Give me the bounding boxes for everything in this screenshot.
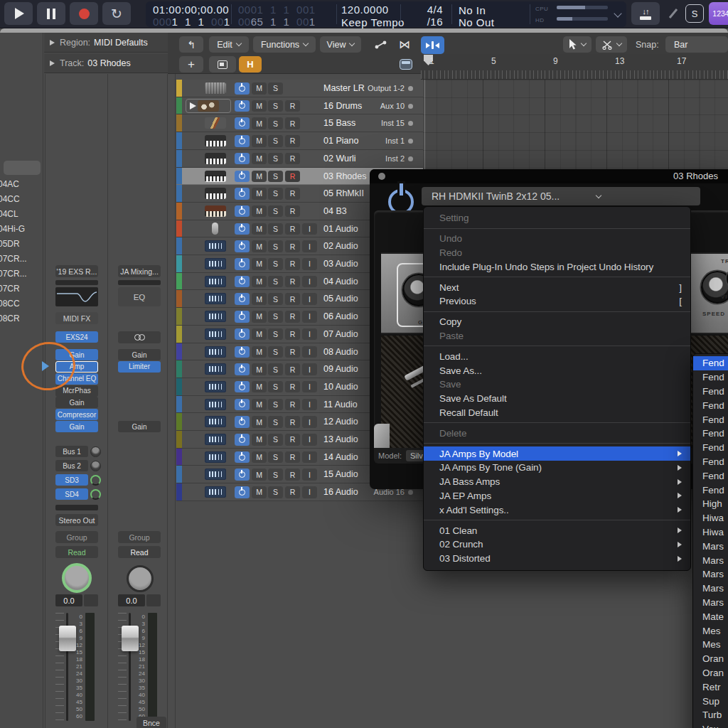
- track-power-button[interactable]: [235, 100, 250, 112]
- mute-button[interactable]: M: [252, 434, 267, 446]
- browser-list-item[interactable]: 07CR...: [0, 254, 43, 264]
- bounce-button[interactable]: Bnce: [136, 717, 166, 728]
- track-power-button[interactable]: [235, 223, 250, 235]
- record-enable-button[interactable]: R: [285, 451, 300, 464]
- lcd-display[interactable]: 01:00:00;00.00 0001 1 1 001 0001 1 1 001…: [146, 1, 626, 27]
- record-button[interactable]: [70, 2, 98, 25]
- record-enable-button[interactable]: R: [285, 399, 300, 411]
- mute-button[interactable]: M: [252, 153, 267, 165]
- strip1-pan-knob[interactable]: [62, 563, 92, 593]
- track-power-button[interactable]: [235, 346, 250, 358]
- record-enable-button[interactable]: R: [285, 381, 300, 393]
- automation-button[interactable]: [370, 36, 392, 53]
- solo-button[interactable]: S: [268, 328, 283, 341]
- record-enable-button[interactable]: R: [285, 469, 300, 481]
- solo-button[interactable]: S: [268, 399, 283, 411]
- track-power-button[interactable]: [235, 82, 250, 95]
- plugin-slot[interactable]: Compressor: [55, 409, 98, 420]
- input-monitor-button[interactable]: I: [302, 311, 317, 323]
- submenu-item[interactable]: Vox: [693, 722, 728, 728]
- strip1-midi-fx-slot[interactable]: MIDI FX: [55, 312, 98, 324]
- submenu-item[interactable]: Sup: [693, 694, 728, 708]
- solo-button[interactable]: S: [268, 293, 283, 305]
- track-power-button[interactable]: [235, 153, 250, 165]
- submenu-item[interactable]: High: [693, 497, 728, 511]
- track-power-button[interactable]: [235, 451, 250, 464]
- submenu-item[interactable]: Fend: [693, 398, 728, 412]
- record-enable-button[interactable]: R: [285, 171, 300, 183]
- mute-button[interactable]: M: [252, 117, 267, 129]
- mute-button[interactable]: M: [252, 188, 267, 200]
- solo-button[interactable]: S: [268, 223, 283, 235]
- record-enable-button[interactable]: R: [285, 486, 300, 498]
- submenu-item[interactable]: Hiwa: [693, 511, 728, 525]
- input-monitor-button[interactable]: I: [302, 381, 317, 393]
- input-monitor-button[interactable]: I: [302, 258, 317, 270]
- track-power-button[interactable]: [235, 276, 250, 288]
- browser-list-item[interactable]: 05DR: [0, 239, 43, 249]
- input-monitor-button[interactable]: I: [302, 486, 317, 498]
- submenu-item[interactable]: Mars: [693, 567, 728, 582]
- submenu-item[interactable]: Fend: [693, 455, 728, 469]
- strip2-automation-button[interactable]: Read: [118, 546, 161, 558]
- track-power-button[interactable]: [235, 171, 250, 183]
- strip2-group-button[interactable]: Group: [118, 531, 161, 543]
- duplicate-track-button[interactable]: [209, 56, 236, 73]
- mute-button[interactable]: M: [252, 328, 267, 341]
- record-enable-button[interactable]: R: [285, 117, 300, 129]
- mute-button[interactable]: M: [252, 276, 267, 288]
- functions-menu[interactable]: Functions: [253, 36, 316, 53]
- mute-button[interactable]: M: [252, 171, 267, 183]
- mute-button[interactable]: M: [252, 293, 267, 305]
- submenu-item[interactable]: Turb: [693, 708, 728, 722]
- submenu-item[interactable]: Mes: [693, 623, 728, 638]
- record-enable-button[interactable]: R: [285, 363, 300, 375]
- submenu-item[interactable]: Mars: [693, 582, 728, 596]
- submenu-item[interactable]: Fend: [693, 385, 728, 399]
- plugin-slot[interactable]: Gain: [55, 349, 98, 360]
- solo-button[interactable]: S: [268, 469, 283, 481]
- strip1-group-button[interactable]: Group: [55, 531, 98, 543]
- send-knob[interactable]: [90, 489, 101, 500]
- submenu-item[interactable]: Mars: [693, 539, 728, 553]
- send-slot[interactable]: Bus 2: [55, 460, 88, 471]
- strip2-pan-knob[interactable]: [127, 565, 154, 592]
- track-power-button[interactable]: [235, 381, 250, 393]
- solo-button[interactable]: S: [268, 311, 283, 323]
- region-inspector-header[interactable]: Region: MIDI Defaults: [44, 33, 168, 53]
- pencil-tool-icon[interactable]: [664, 2, 682, 25]
- input-monitor-button[interactable]: I: [302, 434, 317, 446]
- track-power-button[interactable]: [235, 240, 250, 252]
- record-enable-button[interactable]: R: [285, 258, 300, 270]
- record-enable-button[interactable]: R: [285, 153, 300, 165]
- mute-button[interactable]: M: [252, 381, 267, 393]
- mute-button[interactable]: M: [252, 311, 267, 323]
- track-row[interactable]: MSR15 BassInst 15: [176, 114, 423, 132]
- solo-button[interactable]: S: [268, 171, 283, 183]
- mute-button[interactable]: M: [252, 82, 267, 95]
- hide-tracks-button[interactable]: H: [239, 56, 262, 73]
- plugin-slot[interactable]: Gain: [55, 397, 98, 408]
- input-monitor-button[interactable]: I: [302, 416, 317, 428]
- menu-item[interactable]: 01 Clean: [424, 523, 690, 537]
- menu-item[interactable]: 02 Crunch: [424, 537, 690, 552]
- menu-item[interactable]: JA Amps By Tone (Gain): [424, 461, 690, 475]
- track-power-button[interactable]: [235, 311, 250, 323]
- strip1-automation-button[interactable]: Read: [55, 546, 98, 558]
- pointer-tool-button[interactable]: [563, 36, 592, 53]
- menu-item[interactable]: JA Amps By Model: [424, 446, 690, 461]
- add-track-button[interactable]: +: [179, 56, 203, 73]
- punch-in-out-button[interactable]: ↓↑: [631, 2, 660, 25]
- strip2-volume-value[interactable]: 0.0: [118, 594, 145, 606]
- record-enable-button[interactable]: R: [285, 293, 300, 305]
- plugin-slot[interactable]: Channel EQ: [55, 373, 98, 385]
- menu-item[interactable]: Save As Default: [424, 392, 690, 406]
- record-enable-button[interactable]: R: [285, 276, 300, 288]
- solo-button[interactable]: S: [268, 117, 283, 129]
- submenu-item[interactable]: Fend: [693, 483, 728, 497]
- edit-menu[interactable]: Edit: [209, 36, 249, 53]
- track-power-button[interactable]: [235, 293, 250, 305]
- track-inspector-header[interactable]: Track: 03 Rhodes: [44, 53, 168, 73]
- submenu-item[interactable]: Fend: [693, 356, 728, 370]
- strip1-output-button[interactable]: Stereo Out: [55, 514, 98, 526]
